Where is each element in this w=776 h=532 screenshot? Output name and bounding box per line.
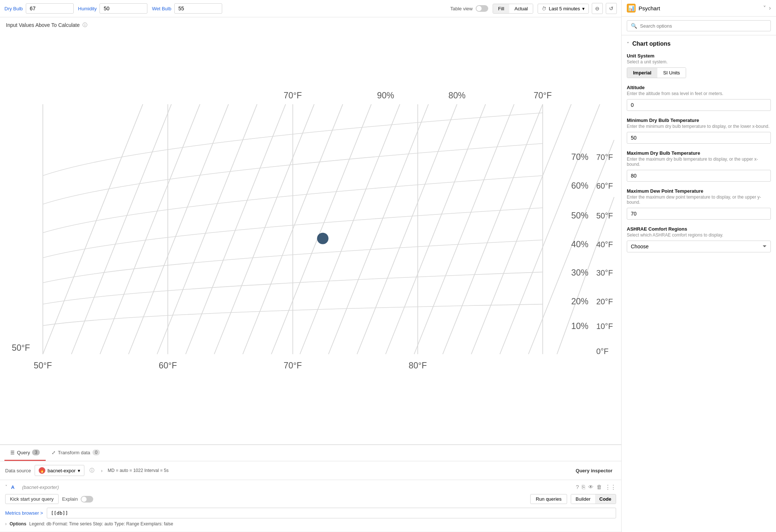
wet-bulb-group: Wet Bulb	[152, 3, 222, 14]
time-selector[interactable]: ⏱ Last 5 minutes ▾	[538, 4, 589, 14]
svg-text:50°F: 50°F	[34, 361, 52, 370]
datasource-name: bacnet-expor	[48, 468, 76, 473]
help-icon[interactable]: ⓘ	[88, 466, 96, 475]
query-badge: 3	[32, 449, 40, 455]
datasource-chevron: ▾	[78, 468, 80, 473]
min-dry-bulb-input[interactable]	[627, 132, 771, 144]
collapse-icon[interactable]: ˅	[5, 484, 7, 490]
table-view-toggle: Table view	[450, 5, 488, 12]
svg-line-5	[43, 104, 143, 354]
wet-bulb-input[interactable]	[174, 3, 222, 14]
si-units-button[interactable]: SI Units	[657, 68, 686, 78]
min-dry-bulb-group: Minimum Dry Bulb Temperature Enter the m…	[627, 118, 771, 144]
query-row-header: ˅ A (bacnet-exporter) ? ⎘ 👁 🗑 ⋮⋮	[5, 484, 616, 490]
drag-handle-icon[interactable]: ⋮⋮	[605, 484, 616, 490]
zoom-out-button[interactable]: ⊖	[592, 3, 603, 14]
svg-line-6	[71, 104, 171, 354]
imperial-button[interactable]: Imperial	[627, 68, 657, 78]
svg-text:20°F: 20°F	[596, 297, 613, 306]
unit-system-buttons: Imperial SI Units	[627, 67, 686, 78]
fill-button[interactable]: Fill	[493, 4, 510, 13]
search-box: 🔍	[622, 17, 776, 35]
altitude-desc: Enter the altitude from sea level in fee…	[627, 91, 771, 96]
options-details: Legend: db Format: Time series Step: aut…	[29, 521, 173, 526]
chart-title-row: Input Values Above To Calculate ⓘ	[0, 17, 621, 28]
code-button[interactable]: Code	[595, 494, 616, 504]
unit-system-label: Unit System	[627, 53, 771, 59]
help-query-icon[interactable]: ?	[576, 484, 579, 490]
explain-row: Explain	[62, 496, 94, 503]
humidity-group: Humidity	[78, 3, 148, 14]
svg-line-17	[385, 104, 485, 354]
transform-tab-label: Transform data	[58, 450, 90, 455]
refresh-button[interactable]: ↺	[606, 3, 617, 14]
metrics-browser-link[interactable]: Metrics browser >	[5, 510, 43, 516]
search-input[interactable]	[640, 23, 767, 29]
svg-line-11	[214, 104, 314, 354]
datasource-row: Data source 🔥 bacnet-expor ▾ ⓘ › MD = au…	[0, 461, 621, 480]
md-info: MD = auto = 1022 Interval = 5s	[108, 468, 168, 473]
query-tab-label: Query	[17, 450, 30, 455]
min-dry-bulb-label: Minimum Dry Bulb Temperature	[627, 118, 771, 123]
query-tab-icon: ☰	[10, 450, 15, 455]
svg-text:10°F: 10°F	[596, 322, 613, 331]
kick-start-button[interactable]: Kick start your query	[5, 494, 59, 504]
builder-button[interactable]: Builder	[571, 494, 595, 504]
eye-icon[interactable]: 👁	[588, 484, 594, 490]
datasource-label: Data source	[5, 468, 31, 473]
svg-line-21	[500, 104, 600, 354]
dry-bulb-input[interactable]	[26, 3, 74, 14]
chart-container: Input Values Above To Calculate ⓘ	[0, 17, 621, 445]
svg-text:70°F: 70°F	[534, 91, 552, 100]
chevron-down-icon: ▾	[582, 6, 585, 11]
run-queries-button[interactable]: Run queries	[530, 494, 567, 504]
svg-text:60°F: 60°F	[596, 182, 613, 190]
search-icon: 🔍	[631, 23, 637, 29]
unit-system-desc: Select a unit system.	[627, 59, 771, 64]
section-collapse-icon[interactable]: ˅	[627, 41, 629, 47]
ashrae-label: ASHRAE Comfort Regions	[627, 226, 771, 232]
tab-transform[interactable]: ⤢ Transform data 0	[46, 445, 106, 461]
builder-code-buttons: Builder Code	[571, 494, 616, 504]
delete-icon[interactable]: 🗑	[597, 484, 602, 490]
ashrae-group: ASHRAE Comfort Regions Select which ASHR…	[627, 226, 771, 252]
explain-toggle[interactable]	[81, 496, 93, 503]
arrow-right-icon[interactable]: ›	[99, 466, 104, 475]
panel-expand-icon[interactable]: ›	[769, 5, 771, 12]
query-letter: A	[11, 484, 18, 490]
svg-line-20	[471, 104, 571, 354]
chart-svg-area: 50°F 60°F 70°F 80°F 70°F 90% 80% 70°F 10…	[0, 28, 621, 444]
humidity-input[interactable]	[99, 3, 147, 14]
max-dry-bulb-group: Maximum Dry Bulb Temperature Enter the m…	[627, 150, 771, 182]
metrics-row: Metrics browser >	[5, 508, 616, 518]
dry-bulb-group: Dry Bulb	[4, 3, 74, 14]
svg-text:10%: 10%	[571, 321, 588, 331]
transform-icon: ⤢	[52, 450, 56, 455]
chart-title-text: Input Values Above To Calculate	[6, 22, 80, 28]
svg-text:30°F: 30°F	[596, 269, 613, 277]
tab-query[interactable]: ☰ Query 3	[4, 445, 46, 461]
unit-system-group: Unit System Select a unit system. Imperi…	[627, 53, 771, 78]
actual-button[interactable]: Actual	[509, 4, 533, 13]
panel-dropdown-icon[interactable]: ˅	[763, 5, 766, 12]
fill-actual-buttons: Fill Actual	[493, 4, 534, 14]
info-icon[interactable]: ⓘ	[83, 22, 87, 28]
ashrae-select[interactable]: Choose	[627, 241, 771, 252]
max-dry-bulb-input[interactable]	[627, 170, 771, 182]
table-view-switch[interactable]	[476, 5, 488, 12]
options-row[interactable]: › Options Legend: db Format: Time series…	[5, 518, 616, 528]
metrics-input[interactable]	[47, 508, 616, 518]
altitude-group: Altitude Enter the altitude from sea lev…	[627, 85, 771, 111]
svg-text:70%: 70%	[571, 152, 588, 162]
datasource-select[interactable]: 🔥 bacnet-expor ▾	[35, 465, 84, 476]
duplicate-icon[interactable]: ⎘	[582, 484, 585, 490]
refresh-icon: ↺	[609, 6, 614, 11]
psychro-chart-svg: 50°F 60°F 70°F 80°F 70°F 90% 80% 70°F 10…	[0, 28, 621, 444]
options-arrow-icon: ›	[5, 521, 7, 526]
altitude-input[interactable]	[627, 99, 771, 111]
max-dew-point-input[interactable]	[627, 208, 771, 220]
svg-line-15	[328, 104, 428, 354]
explain-label: Explain	[62, 496, 78, 502]
query-row-icons: ? ⎘ 👁 🗑 ⋮⋮	[576, 484, 616, 490]
query-inspector-button[interactable]: Query inspector	[572, 466, 616, 475]
